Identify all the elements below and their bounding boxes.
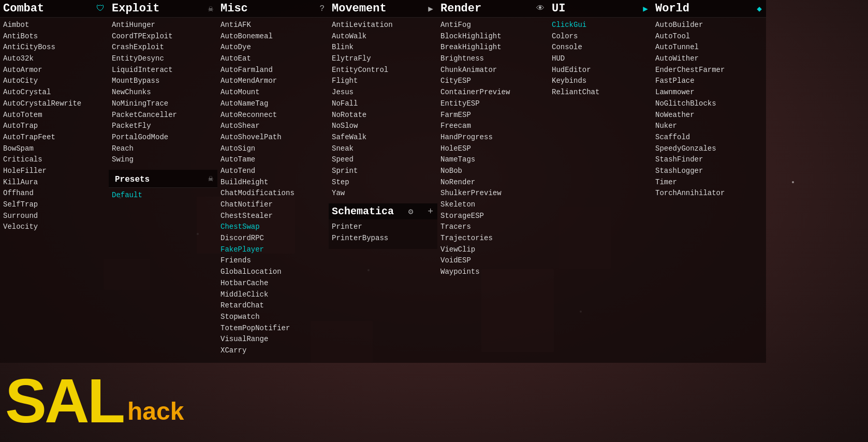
list-item[interactable]: VisualRange	[220, 334, 329, 345]
list-item[interactable]: AutoTrap	[3, 121, 109, 132]
list-item[interactable]: Sneak	[332, 143, 437, 155]
list-item[interactable]: FarmESP	[440, 110, 549, 121]
list-item[interactable]: VoidESP	[440, 255, 549, 267]
list-item[interactable]: AutoShear	[220, 121, 329, 132]
list-item[interactable]: AutoWither	[655, 53, 766, 65]
list-item[interactable]: AutoTotem	[3, 110, 109, 121]
list-item[interactable]: ElytraFly	[332, 53, 437, 65]
list-item[interactable]: Offhand	[3, 188, 109, 199]
list-item[interactable]: AutoTool	[655, 31, 766, 42]
list-item[interactable]: StashFinder	[655, 154, 766, 166]
list-item[interactable]: Waypoints	[440, 267, 549, 278]
list-item[interactable]: Tracers	[440, 222, 549, 233]
list-item[interactable]: NoRender	[440, 177, 549, 188]
list-item[interactable]: HudEditor	[552, 65, 652, 76]
list-item[interactable]: CityESP	[440, 76, 549, 87]
list-item[interactable]: Jesus	[332, 87, 437, 98]
list-item[interactable]: Default	[112, 190, 217, 201]
list-item-discordrpc[interactable]: ChestSwap	[220, 222, 329, 233]
list-item[interactable]: StashLogger	[655, 166, 766, 177]
list-item[interactable]: ChestStealer	[220, 211, 329, 222]
list-item[interactable]: AutoBonemeal	[220, 31, 329, 42]
list-item[interactable]: TorchAnnihilator	[655, 188, 766, 199]
list-item[interactable]: NoWeather	[655, 110, 766, 121]
list-item[interactable]: GlobalLocation	[220, 267, 329, 278]
list-item[interactable]: KillAura	[3, 177, 109, 188]
list-item[interactable]: NoSlow	[332, 121, 437, 132]
list-item[interactable]: BuildHeight	[220, 177, 329, 188]
list-item[interactable]: FastPlace	[655, 76, 766, 87]
list-item[interactable]: Speed	[332, 154, 437, 166]
list-item[interactable]: Criticals	[3, 154, 109, 166]
list-item[interactable]: TotemPopNotifier	[220, 323, 329, 334]
list-item[interactable]: ChatModifications	[220, 188, 329, 199]
list-item[interactable]: MountBypass	[112, 76, 217, 87]
list-item[interactable]: AutoReconnect	[220, 110, 329, 121]
list-item[interactable]: NoMiningTrace	[112, 98, 217, 110]
list-item[interactable]: Reach	[112, 143, 217, 155]
list-item[interactable]: Colors	[552, 31, 652, 42]
list-item[interactable]: Swing	[112, 154, 217, 166]
list-item[interactable]: EntityESP	[440, 98, 549, 110]
list-item[interactable]: AutoMendArmor	[220, 76, 329, 87]
list-item[interactable]: EntityControl	[332, 65, 437, 76]
list-item[interactable]: PortalGodMode	[112, 132, 217, 143]
list-item[interactable]: BreakHighlight	[440, 42, 549, 53]
list-item[interactable]: ViewClip	[440, 244, 549, 256]
list-item[interactable]: AntiHunger	[112, 20, 217, 31]
plus-icon[interactable]: +	[428, 207, 433, 217]
list-item[interactable]: ChunkAnimator	[440, 65, 549, 76]
list-item[interactable]: SelfTrap	[3, 199, 109, 211]
list-item[interactable]: Scaffold	[655, 132, 766, 143]
list-item[interactable]: AutoFarmland	[220, 65, 329, 76]
list-item[interactable]: Flight	[332, 76, 437, 87]
list-item[interactable]: AutoShovelPath	[220, 132, 329, 143]
list-item[interactable]: Freecam	[440, 121, 549, 132]
list-item[interactable]: ChatNotifier	[220, 199, 329, 211]
list-item[interactable]: NoBob	[440, 166, 549, 177]
list-item[interactable]: Auto32k	[3, 53, 109, 65]
list-item[interactable]: LiquidInteract	[112, 65, 217, 76]
list-item[interactable]: Sprint	[332, 166, 437, 177]
list-item[interactable]: EntityDesync	[112, 53, 217, 65]
list-item[interactable]: HotbarCache	[220, 278, 329, 289]
list-item[interactable]: Timer	[655, 177, 766, 188]
list-item[interactable]: PacketCanceller	[112, 110, 217, 121]
list-item[interactable]: AutoCity	[3, 76, 109, 87]
list-item[interactable]: AntiBots	[3, 31, 109, 42]
list-item[interactable]: Friends	[220, 255, 329, 267]
list-item-friends[interactable]: FakePlayer	[220, 244, 329, 256]
list-item[interactable]: HoleESP	[440, 143, 549, 155]
list-item[interactable]: PrinterBypass	[332, 233, 437, 244]
list-item[interactable]: Printer	[332, 222, 437, 233]
list-item[interactable]: AutoArmor	[3, 65, 109, 76]
list-item[interactable]: Blink	[332, 42, 437, 53]
list-item[interactable]: AutoNameTag	[220, 98, 329, 110]
list-item[interactable]: NoGlitchBlocks	[655, 98, 766, 110]
list-item[interactable]: AutoBuilder	[655, 20, 766, 31]
list-item[interactable]: AutoCrystal	[3, 87, 109, 98]
list-item[interactable]: Lawnmower	[655, 87, 766, 98]
list-item[interactable]: ShulkerPreview	[440, 188, 549, 199]
list-item[interactable]: AutoTame	[220, 154, 329, 166]
list-item[interactable]: ReliantChat	[552, 87, 652, 98]
list-item[interactable]: CoordTPExploit	[112, 31, 217, 42]
list-item[interactable]: Skeleton	[440, 199, 549, 211]
list-item[interactable]: AutoTend	[220, 166, 329, 177]
list-item[interactable]: StorageESP	[440, 211, 549, 222]
list-item[interactable]: BlockHighlight	[440, 31, 549, 42]
list-item[interactable]: AutoMount	[220, 87, 329, 98]
list-item[interactable]: EnderChestFarmer	[655, 65, 766, 76]
list-item[interactable]: PacketFly	[112, 121, 217, 132]
list-item[interactable]: Trajectories	[440, 233, 549, 244]
list-item[interactable]: CrashExploit	[112, 42, 217, 53]
list-item-clickgui[interactable]: ClickGui	[552, 20, 652, 31]
list-item[interactable]: Nuker	[655, 121, 766, 132]
list-item[interactable]: AntiAFK	[220, 20, 329, 31]
list-item[interactable]: AutoCrystalRewrite	[3, 98, 109, 110]
list-item[interactable]: AutoWalk	[332, 31, 437, 42]
list-item[interactable]: NoFall	[332, 98, 437, 110]
list-item[interactable]: DiscordRPC	[220, 233, 329, 244]
list-item[interactable]: BowSpam	[3, 143, 109, 155]
list-item[interactable]: Velocity	[3, 222, 109, 233]
